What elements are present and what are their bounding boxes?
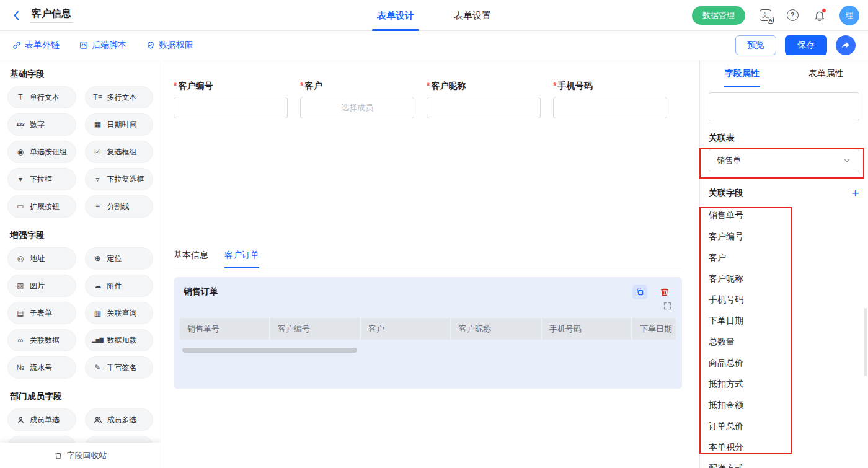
data-permission-button[interactable]: 数据权限: [146, 40, 193, 51]
member-select-input[interactable]: 选择成员: [300, 97, 414, 118]
field-button-image[interactable]: ▧图片: [7, 275, 76, 297]
tab-field-properties[interactable]: 字段属性: [700, 60, 784, 87]
customer-id-input[interactable]: [174, 97, 288, 118]
field-button-label: 流水号: [30, 363, 52, 373]
subform-expand-row: [180, 299, 676, 313]
panel-scrollbar[interactable]: [864, 308, 867, 376]
tab-basic-info[interactable]: 基本信息: [174, 250, 208, 268]
field-button-divider[interactable]: ≡分割线: [85, 195, 154, 218]
calendar-icon: ▦: [93, 121, 103, 128]
tab-customer-orders[interactable]: 客户订单: [224, 250, 259, 268]
field-library-sidebar: 基础字段 T单行文本 T≡多行文本 123数字 ▦日期时间 ◉单选按钮组 ☑复选…: [0, 60, 161, 468]
members-icon: [93, 416, 103, 424]
translate-button[interactable]: 文A: [758, 8, 773, 23]
form-field-customer[interactable]: 客户 选择成员: [300, 81, 414, 118]
form-field-customer-id[interactable]: 客户编号: [174, 81, 288, 118]
field-button-geolocation[interactable]: ⊕定位: [85, 247, 154, 270]
related-field-item[interactable]: 客户昵称: [709, 268, 859, 289]
field-button-attachment[interactable]: ☁附件: [85, 275, 154, 297]
field-property-input[interactable]: [709, 92, 859, 121]
field-button-label: 单选按钮组: [30, 147, 67, 157]
field-button-number[interactable]: 123数字: [7, 113, 76, 136]
field-button-linked-data[interactable]: ∞关联数据: [7, 329, 76, 351]
field-button-multi-line-text[interactable]: T≡多行文本: [85, 86, 154, 108]
tab-form-design[interactable]: 表单设计: [377, 0, 414, 31]
preview-button[interactable]: 预览: [735, 35, 776, 55]
field-button-multi-select[interactable]: ▿下拉复选框: [85, 168, 154, 190]
field-button-label: 分割线: [107, 201, 130, 212]
basic-fields-grid: T单行文本 T≡多行文本 123数字 ▦日期时间 ◉单选按钮组 ☑复选框组 ▾下…: [7, 86, 153, 218]
tab-form-properties[interactable]: 表单属性: [784, 60, 868, 87]
field-button-label: 下拉复选框: [107, 174, 144, 185]
toolbar-links: 表单外链 后端脚本 数据权限: [12, 40, 193, 51]
delete-button[interactable]: [657, 285, 672, 299]
related-field-item[interactable]: 本单积分: [709, 436, 859, 457]
field-button-datetime[interactable]: ▦日期时间: [85, 113, 154, 136]
field-button-single-line-text[interactable]: T单行文本: [7, 86, 76, 108]
field-button-address[interactable]: ◎地址: [7, 247, 76, 270]
copy-button[interactable]: [632, 285, 647, 299]
related-field-item[interactable]: 配送方式: [709, 457, 859, 468]
field-button-signature[interactable]: ✎手写签名: [85, 356, 154, 379]
member-icon: [16, 416, 25, 424]
subform-header: 销售订单: [180, 285, 676, 299]
related-field-item[interactable]: 抵扣金额: [709, 394, 859, 415]
field-button-data-load[interactable]: ▂▅▇数据加载: [85, 329, 154, 351]
recycle-bin-icon: [54, 451, 63, 460]
field-button-serial-number[interactable]: №流水号: [7, 356, 76, 379]
related-field-item[interactable]: 抵扣方式: [709, 373, 859, 394]
related-field-item[interactable]: 销售单号: [709, 205, 859, 226]
field-button-select[interactable]: ▾下拉框: [7, 168, 76, 190]
field-button-label: 数字: [30, 120, 45, 130]
related-field-item[interactable]: 手机号码: [709, 289, 859, 310]
save-button[interactable]: 保存: [785, 35, 827, 55]
field-button-label: 成员多选: [107, 415, 137, 425]
field-button-label: 成员单选: [30, 415, 60, 425]
subform-table-header: 销售单号 客户编号 客户 客户昵称 手机号码 下单日期: [180, 318, 676, 340]
external-link-button[interactable]: 表单外链: [12, 40, 60, 51]
subform-horizontal-scrollbar[interactable]: [182, 348, 357, 353]
canvas-tabs: 基本信息 客户订单: [174, 250, 682, 268]
field-button-extend-button[interactable]: ▭扩展按钮: [7, 195, 76, 218]
form-canvas: 客户编号 客户 选择成员 客户昵称 手机号码 基本信息 客户订单: [161, 60, 699, 468]
data-manage-button[interactable]: 数据管理: [692, 6, 745, 25]
form-title[interactable]: 客户信息: [30, 7, 73, 23]
field-recycle-bin[interactable]: 字段回收站: [0, 443, 161, 468]
related-table-select[interactable]: 销售单: [709, 149, 859, 172]
related-field-item[interactable]: 客户编号: [709, 226, 859, 247]
field-button-member-multi[interactable]: 成员多选: [85, 408, 154, 431]
share-button[interactable]: [836, 35, 856, 55]
related-field-item[interactable]: 客户: [709, 247, 859, 268]
sales-order-subform-panel[interactable]: 销售订单 销售单号 客户编号 客户: [174, 277, 682, 389]
tab-form-settings[interactable]: 表单设置: [454, 0, 491, 31]
related-field-item[interactable]: 商品总价: [709, 352, 859, 373]
phone-input[interactable]: [553, 97, 667, 118]
fullscreen-icon[interactable]: [663, 301, 672, 311]
related-field-item[interactable]: 总数量: [709, 331, 859, 352]
field-button-subform[interactable]: ▤子表单: [7, 302, 76, 324]
field-button-member-single[interactable]: 成员单选: [7, 408, 76, 431]
back-button[interactable]: [9, 7, 25, 24]
topbar-left: 客户信息: [9, 7, 73, 24]
form-field-phone[interactable]: 手机号码: [553, 81, 667, 118]
help-button[interactable]: ?: [785, 8, 800, 23]
field-button-checkbox-group[interactable]: ☑复选框组: [85, 141, 154, 163]
field-button-radio-group[interactable]: ◉单选按钮组: [7, 141, 76, 163]
related-field-item[interactable]: 订单总价: [709, 415, 859, 436]
field-button-label: 附件: [107, 281, 122, 291]
notifications-button[interactable]: [812, 8, 827, 23]
avatar[interactable]: 理: [839, 6, 859, 25]
add-field-button[interactable]: +: [851, 187, 859, 200]
customer-nickname-input[interactable]: [427, 97, 541, 118]
link-data-icon: ∞: [16, 337, 25, 344]
field-button-linked-query[interactable]: ▥关联查询: [85, 302, 154, 324]
topbar-tabs: 表单设计 表单设置: [377, 0, 491, 31]
enhanced-fields-grid: ◎地址 ⊕定位 ▧图片 ☁附件 ▤子表单 ▥关联查询 ∞关联数据 ▂▅▇数据加载…: [7, 247, 153, 379]
related-field-item[interactable]: 下单日期: [709, 310, 859, 331]
form-field-customer-nickname[interactable]: 客户昵称: [427, 81, 541, 118]
field-button-label: 手写签名: [107, 363, 137, 373]
backend-script-button[interactable]: 后端脚本: [79, 40, 126, 51]
tab-label: 表单设置: [454, 10, 491, 22]
property-panel-body: 关联表 销售单 关联字段 + 销售单号 客户编号 客户 客户昵称 手机号码 下单…: [700, 87, 868, 468]
field-button-label: 子表单: [30, 308, 52, 319]
